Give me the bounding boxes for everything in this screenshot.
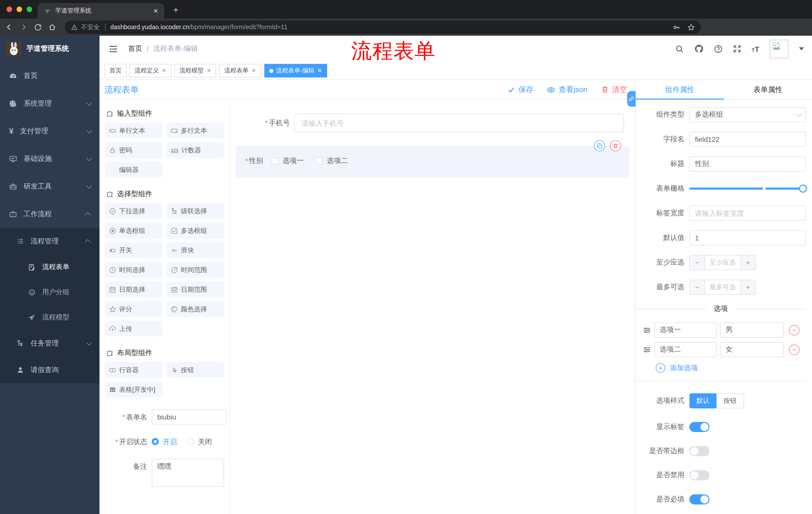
- palette-item-color-picker[interactable]: 颜色选择: [167, 301, 224, 317]
- plus-icon[interactable]: +: [741, 280, 755, 294]
- sidebar-item-workflow[interactable]: 工作流程: [0, 200, 99, 228]
- close-window-button[interactable]: [6, 6, 12, 12]
- palette-item-table[interactable]: 表格[开发中]: [105, 382, 162, 397]
- sidebar-item-infra[interactable]: 基础设施: [0, 145, 99, 172]
- new-tab-button[interactable]: +: [170, 4, 182, 16]
- form-canvas[interactable]: *手机号 *性别 选项一: [230, 100, 635, 514]
- clear-button[interactable]: 清空: [601, 85, 627, 94]
- close-icon[interactable]: ✕: [317, 67, 322, 74]
- status-on-option[interactable]: 开启: [163, 434, 177, 449]
- sidebar-item-user-group[interactable]: 用户分组: [0, 280, 99, 305]
- palette-item-slider[interactable]: 滑块: [167, 242, 224, 258]
- github-icon[interactable]: [694, 44, 703, 53]
- tag-process-form[interactable]: 流程表单✕: [219, 64, 261, 77]
- delete-component-button[interactable]: [610, 140, 621, 152]
- reload-icon[interactable]: [34, 23, 42, 31]
- sidebar-item-devtools[interactable]: 研发工具: [0, 172, 99, 200]
- sidebar-item-process-form[interactable]: 流程表单: [0, 254, 99, 280]
- option1-value-input[interactable]: [720, 322, 784, 337]
- copy-component-button[interactable]: [594, 140, 605, 152]
- close-icon[interactable]: ✕: [162, 67, 166, 74]
- view-json-button[interactable]: 查看json: [547, 85, 587, 94]
- remove-option-icon[interactable]: −: [789, 325, 800, 335]
- palette-item-radio-group[interactable]: 单选框组: [105, 223, 162, 238]
- min-select-value[interactable]: 至少应选: [704, 255, 741, 270]
- checkbox-icon[interactable]: [316, 157, 323, 164]
- maximize-window-button[interactable]: [27, 6, 32, 12]
- border-toggle[interactable]: [689, 446, 709, 456]
- palette-item-counter[interactable]: 123计数器: [167, 142, 224, 158]
- form-name-input[interactable]: [152, 409, 227, 425]
- tag-home[interactable]: 首页: [105, 64, 127, 77]
- palette-item-editor[interactable]: 编辑器: [105, 162, 162, 178]
- max-select-value[interactable]: 最多可选: [704, 280, 741, 294]
- label-width-input[interactable]: [689, 206, 806, 221]
- field-name-input[interactable]: [689, 132, 806, 147]
- help-icon[interactable]: [714, 45, 722, 53]
- max-select-stepper[interactable]: − 最多可选 +: [689, 280, 756, 295]
- window-controls[interactable]: [6, 6, 32, 12]
- palette-item-time-range[interactable]: 时间范围: [167, 262, 224, 278]
- checkbox-icon[interactable]: [271, 157, 279, 164]
- slider-handle[interactable]: [799, 185, 807, 193]
- option2-label-input[interactable]: [654, 342, 717, 357]
- bookmark-star-icon[interactable]: [687, 23, 695, 31]
- close-icon[interactable]: ✕: [252, 67, 256, 74]
- palette-item-multi-text[interactable]: 多行文本: [167, 123, 224, 138]
- gender-option2-label[interactable]: 选项二: [327, 156, 348, 165]
- save-button[interactable]: 保存: [508, 85, 533, 94]
- palette-item-password[interactable]: 密码: [105, 142, 162, 158]
- tab-component-props[interactable]: 组件属性: [636, 80, 724, 99]
- close-icon[interactable]: ✕: [206, 67, 211, 74]
- default-value-input[interactable]: [689, 231, 806, 245]
- sidebar-logo[interactable]: 芋道管理系统: [0, 36, 99, 62]
- sidebar-item-payment[interactable]: ¥ 支付管理: [0, 117, 99, 145]
- caret-down-icon[interactable]: [799, 47, 804, 53]
- palette-item-date-picker[interactable]: 日期选择: [105, 282, 162, 297]
- browser-tab[interactable]: 芋道管理系统 ✕: [38, 3, 164, 19]
- add-option-button[interactable]: + 添加选项: [656, 363, 806, 373]
- plus-icon[interactable]: +: [741, 255, 755, 270]
- palette-item-cascader[interactable]: 级联选择: [167, 203, 224, 219]
- tag-process-form-edit[interactable]: 流程表单-编辑✕: [264, 64, 327, 77]
- option1-label-input[interactable]: [654, 322, 717, 337]
- gender-option1-label[interactable]: 选项一: [283, 156, 304, 165]
- key-icon[interactable]: [673, 23, 680, 31]
- palette-item-button[interactable]: 按钮: [167, 362, 224, 378]
- status-off-option[interactable]: 关闭: [198, 434, 212, 449]
- show-label-toggle[interactable]: [689, 422, 709, 432]
- font-size-icon[interactable]: TT: [751, 45, 759, 53]
- fullscreen-icon[interactable]: [733, 45, 741, 53]
- tab-form-props[interactable]: 表单属性: [724, 80, 812, 99]
- radio-on-icon[interactable]: [152, 438, 159, 445]
- breadcrumb-home[interactable]: 首页: [128, 44, 142, 53]
- tag-process-definition[interactable]: 流程定义✕: [129, 64, 171, 77]
- forward-icon[interactable]: [20, 23, 28, 31]
- form-remark-textarea[interactable]: 嘿嘿: [152, 459, 224, 487]
- sidebar-item-home[interactable]: 首页: [0, 62, 99, 89]
- drag-handle-icon[interactable]: [643, 345, 651, 354]
- palette-item-date-range[interactable]: 日期范围: [167, 282, 224, 297]
- tag-process-model[interactable]: 流程模型✕: [174, 64, 216, 77]
- min-select-stepper[interactable]: − 至少应选 +: [689, 255, 756, 270]
- remove-option-icon[interactable]: −: [789, 344, 800, 355]
- home-icon[interactable]: [48, 23, 56, 31]
- sidebar-item-system[interactable]: 系统管理: [0, 89, 99, 117]
- sidebar-item-process-model[interactable]: 流程模型: [0, 305, 99, 330]
- grid-slider[interactable]: [689, 181, 806, 196]
- phone-field-row[interactable]: *手机号: [230, 114, 624, 132]
- palette-item-rate[interactable]: 评分: [105, 301, 162, 317]
- style-default-button[interactable]: 默认: [689, 393, 717, 408]
- palette-item-single-text[interactable]: 单行文本: [105, 123, 162, 138]
- palette-item-time-picker[interactable]: 时间选择: [105, 262, 162, 278]
- avatar[interactable]: [770, 39, 788, 58]
- minus-icon[interactable]: −: [690, 280, 704, 294]
- phone-input[interactable]: [294, 114, 624, 132]
- palette-item-row-container[interactable]: 行容器: [105, 362, 162, 378]
- collapse-sidebar-icon[interactable]: [109, 45, 118, 53]
- search-icon[interactable]: [675, 45, 684, 53]
- address-bar[interactable]: 不安全 dashboard.yudao.iocoder.cn/bpm/manag…: [65, 21, 701, 34]
- style-button-button[interactable]: 按钮: [717, 393, 744, 408]
- tab-close-icon[interactable]: ✕: [153, 7, 158, 14]
- sidebar-item-task-mgmt[interactable]: 任务管理: [0, 330, 99, 357]
